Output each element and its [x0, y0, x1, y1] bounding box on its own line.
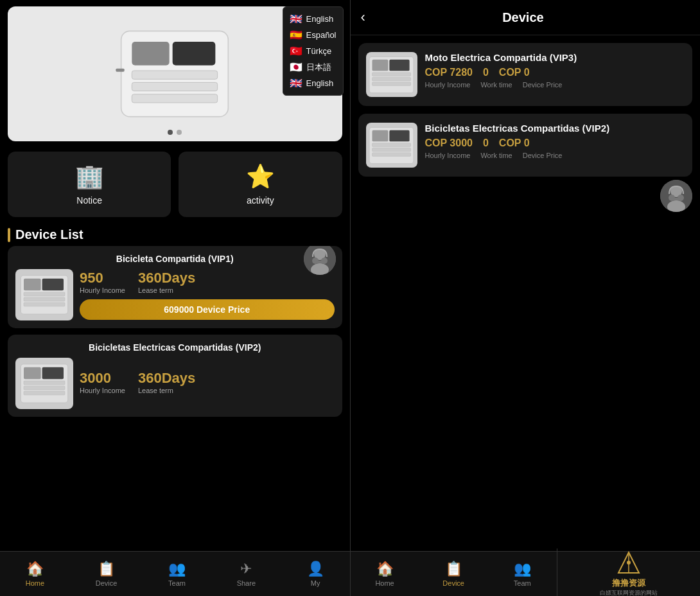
svg-rect-22: [24, 386, 65, 390]
right-work-value-2: 0: [483, 137, 489, 149]
device-card-vip1[interactable]: Bicicleta Compartida (VIP1): [8, 246, 342, 328]
nav-my[interactable]: 👤 My: [307, 561, 324, 587]
stat-income-1: 950 Hourly Income: [80, 270, 125, 294]
right-device-card-1[interactable]: Moto Electrica Compartida (VIP3) COP 728…: [358, 43, 693, 106]
device-icon: 📋: [98, 561, 115, 577]
flag-es: 🇪🇸: [290, 29, 302, 41]
watermark-area: 撸撸资源 白嫖互联网资源的网站: [557, 548, 700, 597]
right-home-label: Home: [375, 579, 394, 587]
my-label: My: [311, 579, 320, 587]
lease-value-1: 360Days: [138, 270, 195, 286]
right-income-value-1: COP 7280: [425, 67, 473, 78]
right-nav-device[interactable]: 📋 Device: [419, 561, 488, 587]
lang-label: Español: [306, 30, 337, 40]
right-device-thumb-1: [366, 52, 417, 97]
section-title: Device List: [15, 227, 83, 242]
right-price-label-1: Device Price: [523, 81, 563, 89]
watermark-subtext: 白嫖互联网资源的网站: [600, 589, 658, 597]
svg-rect-26: [372, 59, 389, 71]
right-nav-team[interactable]: 👥 Team: [488, 561, 557, 587]
right-title: Device: [376, 10, 670, 25]
right-work-label-2: Work time: [480, 152, 512, 159]
team-icon: 👥: [168, 561, 186, 577]
right-nav-home[interactable]: 🏠 Home: [351, 561, 419, 587]
income-value-1: 950: [80, 270, 125, 286]
right-device-title-2: Bicicletas Electricas Compartidas (VIP2): [425, 123, 685, 134]
home-label: Home: [26, 579, 44, 587]
right-price-value-1: COP 0: [499, 67, 530, 78]
lang-turkish[interactable]: 🇹🇷 Türkçe: [290, 43, 337, 59]
right-device-info-1: Moto Electrica Compartida (VIP3) COP 728…: [425, 52, 685, 91]
svg-rect-34: [372, 148, 411, 152]
right-label-row-1: Hourly Income Work time Device Price: [425, 81, 685, 89]
notice-icon: 🏢: [75, 163, 104, 190]
lang-english2[interactable]: 🇬🇧 English: [290, 75, 337, 91]
device-price-btn-1[interactable]: 609000 Device Price: [80, 299, 335, 320]
right-support-avatar: [660, 180, 692, 212]
back-button[interactable]: ‹: [361, 9, 365, 26]
device-thumb-2: [15, 358, 73, 409]
right-bottom-nav: 🏠 Home 📋 Device 👥 Team 撸撸资源 白嫖互联网资源的网站: [351, 551, 701, 596]
lang-japanese[interactable]: 🇯🇵 日本語: [290, 59, 337, 75]
svg-rect-35: [372, 152, 411, 156]
left-panel: 🇬🇧 English 🇪🇸 Español 🇹🇷 Türkçe 🇯🇵 日本語 🇬…: [0, 0, 350, 596]
stat-row-2: 3000 Hourly Income 360Days Lease term: [80, 370, 335, 394]
lang-label: English: [306, 14, 334, 24]
svg-rect-33: [372, 143, 411, 146]
nav-home[interactable]: 🏠 Home: [26, 561, 44, 587]
right-panel: ‹ Device Moto Electrica Compartida (VIP3…: [351, 0, 701, 596]
right-device-icon: 📋: [445, 561, 462, 577]
svg-rect-15: [24, 292, 65, 296]
flag-uk: 🇬🇧: [290, 13, 302, 25]
right-income-value-2: COP 3000: [425, 137, 473, 149]
device-cards-container: Bicicleta Compartida (VIP1): [0, 246, 350, 596]
lang-espanol[interactable]: 🇪🇸 Español: [290, 27, 337, 43]
svg-rect-5: [173, 42, 216, 66]
income-value-2: 3000: [80, 370, 125, 387]
right-support-icon: [660, 180, 692, 212]
lease-label-2: Lease term: [138, 387, 195, 394]
lease-value-2: 360Days: [138, 370, 195, 387]
section-bar: [8, 228, 10, 242]
device-card-2-body: 3000 Hourly Income 360Days Lease term: [15, 358, 335, 409]
nav-share[interactable]: ✈ Share: [237, 561, 256, 587]
svg-rect-21: [24, 381, 65, 385]
support-icon: [304, 246, 336, 275]
svg-rect-16: [24, 297, 65, 301]
right-price-value-2: COP 0: [499, 137, 530, 149]
notice-card[interactable]: 🏢 Notice: [8, 152, 171, 217]
svg-point-46: [627, 561, 631, 565]
svg-rect-30: [389, 59, 409, 71]
team-label: Team: [168, 579, 186, 587]
svg-rect-42: [672, 198, 681, 200]
svg-rect-1: [132, 42, 170, 66]
activity-card[interactable]: ⭐ activity: [179, 152, 342, 217]
device-image-1: [19, 272, 70, 317]
svg-rect-2: [132, 71, 218, 79]
svg-rect-24: [42, 367, 64, 380]
svg-rect-23: [24, 391, 65, 395]
stat-row-1: 950 Hourly Income 360Days Lease term: [80, 270, 335, 294]
share-label: Share: [237, 579, 256, 587]
nav-device[interactable]: 📋 Device: [96, 561, 118, 587]
device-stats-1: 950 Hourly Income 360Days Lease term 609…: [80, 270, 335, 320]
nav-team[interactable]: 👥 Team: [168, 561, 186, 587]
home-icon: 🏠: [26, 561, 44, 577]
right-device-card-2[interactable]: Bicicletas Electricas Compartidas (VIP2)…: [358, 114, 693, 177]
device-card-vip2[interactable]: Bicicletas Electricas Compartidas (VIP2): [8, 335, 342, 417]
right-price-label-2: Device Price: [523, 152, 563, 159]
svg-rect-36: [389, 130, 409, 141]
device-stats-2: 3000 Hourly Income 360Days Lease term: [80, 370, 335, 397]
svg-rect-12: [315, 261, 324, 263]
device-list-header: Device List: [0, 222, 350, 246]
flag-jp: 🇯🇵: [290, 61, 302, 73]
activity-icon: ⭐: [246, 163, 275, 190]
lang-english[interactable]: 🇬🇧 English: [290, 11, 337, 27]
svg-rect-17: [24, 302, 65, 306]
dot-1: [168, 130, 173, 135]
stat-lease-1: 360Days Lease term: [138, 270, 195, 294]
right-team-icon: 👥: [514, 561, 531, 577]
right-home-icon: 🏠: [376, 561, 394, 577]
svg-rect-4: [132, 94, 218, 103]
language-dropdown[interactable]: 🇬🇧 English 🇪🇸 Español 🇹🇷 Türkçe 🇯🇵 日本語 🇬…: [283, 6, 344, 96]
